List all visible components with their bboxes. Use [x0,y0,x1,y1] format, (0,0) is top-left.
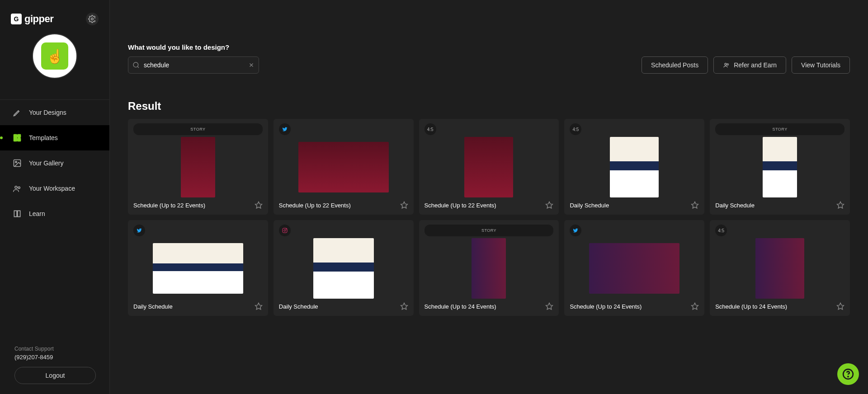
sidebar-item-your-workspace[interactable]: Your Workspace [0,176,109,201]
template-title: Daily Schedule [570,202,609,209]
clear-search-icon[interactable] [248,62,255,68]
nav-label: Templates [29,134,58,141]
svg-marker-14 [692,202,698,208]
book-icon [13,209,22,218]
template-thumbnail [715,137,844,197]
aspect-badge [279,225,291,236]
svg-point-0 [91,18,94,20]
sidebar-item-learn[interactable]: Learn [0,201,109,226]
aspect-badge: 4:5 [425,123,436,135]
support-phone[interactable]: (929)207-8459 [14,354,95,361]
favorite-star-icon[interactable] [255,302,263,310]
svg-point-8 [133,62,138,67]
help-icon [842,368,854,380]
svg-marker-11 [255,202,262,208]
sidebar-nav: Your DesignsTemplatesYour GalleryYour Wo… [0,99,109,340]
favorite-star-icon[interactable] [836,201,844,209]
template-title: Schedule (Up to 22 Events) [425,202,496,209]
template-title: Schedule (Up to 22 Events) [133,202,205,209]
search-input[interactable] [128,56,259,74]
favorite-star-icon[interactable] [836,302,844,310]
svg-point-6 [15,186,17,188]
svg-rect-2 [18,135,21,138]
results-grid: STORYSchedule (Up to 22 Events)Schedule … [128,119,850,316]
favorite-star-icon[interactable] [400,201,408,209]
template-thumbnail [570,137,699,197]
main-content: What would you like to design? Scheduled… [110,0,868,394]
sidebar-item-your-gallery[interactable]: Your Gallery [0,150,109,176]
template-card[interactable]: 4:5Schedule (Up to 24 Events) [710,220,850,316]
templates-icon [13,133,22,142]
scheduled-posts-button[interactable]: Scheduled Posts [642,56,708,74]
brand-mark: G [11,14,22,24]
sidebar-item-your-designs[interactable]: Your Designs [0,100,109,125]
template-card[interactable]: 4:5Schedule (Up to 22 Events) [419,119,559,215]
search-icon [132,61,140,69]
template-title: Schedule (Up to 24 Events) [715,303,787,310]
svg-point-9 [725,63,726,65]
template-card[interactable]: Daily Schedule [128,220,268,316]
svg-marker-13 [546,202,553,208]
template-card[interactable]: STORYSchedule (Up to 22 Events) [128,119,268,215]
search-wrapper [128,56,259,74]
favorite-star-icon[interactable] [545,302,553,310]
aspect-badge: STORY [133,123,263,135]
svg-point-25 [848,376,848,377]
template-thumbnail [279,238,408,299]
nav-label: Your Gallery [29,159,64,167]
favorite-star-icon[interactable] [691,302,699,310]
image-icon [13,159,22,168]
aspect-badge [279,123,291,135]
refer-and-earn-button[interactable]: Refer and Earn [713,56,786,74]
help-fab[interactable] [837,363,859,385]
avatar-glyph: ☝ [41,42,68,70]
svg-marker-20 [401,303,407,310]
settings-button[interactable] [86,13,99,25]
template-title: Daily Schedule [715,202,755,209]
template-thumbnail [425,137,554,197]
brand-logo[interactable]: G gipper [11,13,53,25]
template-card[interactable]: STORYDaily Schedule [710,119,850,215]
svg-rect-1 [14,135,17,141]
logout-button[interactable]: Logout [14,367,96,384]
template-title: Schedule (Up to 24 Events) [570,303,642,310]
users-small-icon [723,61,730,69]
template-title: Schedule (Up to 22 Events) [279,202,351,209]
brand-name: gipper [24,13,53,25]
users-icon [13,184,22,193]
template-card[interactable]: Schedule (Up to 24 Events) [564,220,704,316]
aspect-badge: 4:5 [715,225,727,236]
aspect-badge: 4:5 [570,123,581,135]
favorite-star-icon[interactable] [545,201,553,209]
user-avatar[interactable]: ☝ [32,33,77,79]
template-card[interactable]: 4:5Daily Schedule [564,119,704,215]
favorite-star-icon[interactable] [255,201,263,209]
template-thumbnail [133,238,263,299]
template-thumbnail [279,137,408,197]
aspect-badge: STORY [425,225,554,236]
svg-marker-21 [546,303,553,310]
nav-label: Learn [29,210,45,217]
svg-rect-3 [18,138,21,141]
svg-point-5 [15,161,17,163]
template-thumbnail [570,238,699,299]
favorite-star-icon[interactable] [400,302,408,310]
results-heading: Result [128,100,850,113]
svg-point-19 [286,229,286,230]
template-thumbnail [425,238,554,299]
svg-marker-23 [837,303,844,310]
search-prompt: What would you like to design? [128,43,259,51]
template-title: Daily Schedule [133,303,173,310]
favorite-star-icon[interactable] [691,201,699,209]
svg-marker-15 [837,202,844,208]
svg-point-7 [18,187,20,188]
template-card[interactable]: STORYSchedule (Up to 24 Events) [419,220,559,316]
svg-marker-22 [692,303,698,310]
template-thumbnail [133,137,263,197]
sidebar-item-templates[interactable]: Templates [0,125,109,150]
aspect-badge [570,225,581,236]
view-tutorials-button[interactable]: View Tutorials [792,56,850,74]
template-card[interactable]: Schedule (Up to 22 Events) [274,119,414,215]
gear-icon [88,15,96,23]
template-card[interactable]: Daily Schedule [274,220,414,316]
